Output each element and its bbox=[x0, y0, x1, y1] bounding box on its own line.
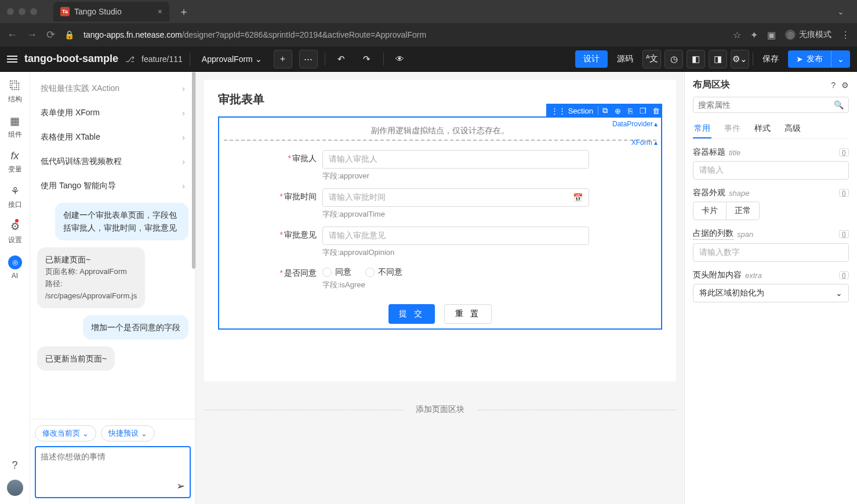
code-icon[interactable]: {} bbox=[839, 148, 849, 156]
rail-structure[interactable]: ⿻结构 bbox=[8, 80, 22, 104]
user-avatar[interactable] bbox=[7, 480, 23, 496]
delete-icon[interactable]: 🗑 bbox=[649, 107, 662, 115]
tab-advanced[interactable]: 高级 bbox=[783, 120, 802, 138]
nav-forward-icon[interactable]: → bbox=[27, 29, 37, 41]
tab-events[interactable]: 事件 bbox=[723, 120, 742, 138]
design-mode-button[interactable]: 设计 bbox=[575, 50, 608, 68]
shape-normal-option[interactable]: 正常 bbox=[726, 202, 759, 220]
star-icon[interactable]: ☆ bbox=[733, 30, 741, 41]
radio-icon bbox=[365, 268, 375, 277]
code-icon[interactable]: {} bbox=[839, 230, 849, 238]
reset-button[interactable]: 重 置 bbox=[444, 304, 492, 324]
shape-card-option[interactable]: 卡片 bbox=[693, 202, 726, 220]
redo-button[interactable]: ↷ bbox=[358, 50, 376, 68]
panel-icon[interactable]: ▣ bbox=[767, 30, 776, 41]
radio-agree[interactable]: 同意 bbox=[322, 267, 351, 277]
add-page-block[interactable]: 添加页面区块 bbox=[204, 404, 676, 415]
main-menu-button[interactable] bbox=[7, 56, 17, 63]
history-button[interactable]: ◷ bbox=[664, 50, 683, 68]
branch-icon[interactable]: ⎇ bbox=[125, 54, 135, 64]
nav-item[interactable]: 使用 Tango 智能向导› bbox=[35, 174, 191, 198]
chevron-right-icon: › bbox=[182, 108, 185, 118]
code-icon[interactable]: {} bbox=[839, 189, 849, 197]
help-icon[interactable]: ? bbox=[831, 81, 836, 90]
send-icon[interactable]: ➢ bbox=[176, 480, 185, 492]
menu-icon[interactable]: ⋮ bbox=[841, 30, 850, 41]
settings-gear-button[interactable]: ⚙⌄ bbox=[731, 50, 749, 68]
chat-assistant-message: 已更新当前页面~ bbox=[37, 346, 115, 371]
lock-icon[interactable]: 🔒 bbox=[64, 30, 74, 39]
settings-icon[interactable]: ⚙ bbox=[841, 81, 849, 90]
prop-span-input[interactable]: 请输入数字 bbox=[693, 243, 849, 262]
address-bar[interactable]: tango-apps.fn.netease.com/designer?appId… bbox=[83, 30, 724, 39]
undo-button[interactable]: ↶ bbox=[332, 50, 351, 68]
selected-section[interactable]: ⋮⋮Section ⧉ ⊕ ⎘ ❐ 🗑 DataProvider ▴ 副作用逻辑… bbox=[218, 116, 662, 330]
page-selector[interactable]: ApprovalForm ⌄ bbox=[197, 54, 267, 64]
rail-settings[interactable]: ⚙设置 bbox=[8, 220, 22, 245]
prop-title-input[interactable]: 请输入 bbox=[693, 161, 849, 180]
submit-button[interactable]: 提 交 bbox=[388, 304, 435, 324]
nav-back-icon[interactable]: ← bbox=[7, 29, 17, 41]
tab-close-icon[interactable]: × bbox=[158, 7, 162, 16]
incognito-indicator: ㋡ 无痕模式 bbox=[785, 30, 831, 40]
divider bbox=[190, 53, 190, 65]
preview-button[interactable]: 👁 bbox=[391, 50, 409, 68]
layout-left-button[interactable]: ◧ bbox=[687, 50, 705, 68]
rail-components[interactable]: ▦组件 bbox=[8, 115, 22, 140]
copy-icon[interactable]: ⎘ bbox=[624, 107, 637, 115]
props-search[interactable]: 🔍 bbox=[693, 97, 849, 113]
quick-edit-page[interactable]: 修改当前页⌄ bbox=[35, 425, 96, 441]
source-mode-button[interactable]: 源码 bbox=[611, 50, 639, 68]
more-menu-button[interactable]: ⋯ bbox=[299, 50, 318, 68]
prop-label: 容器标题 bbox=[693, 147, 725, 158]
prop-label: 页头附加内容 bbox=[693, 270, 742, 280]
nav-item[interactable]: 按钮最佳实践 XAction› bbox=[35, 76, 191, 101]
divider bbox=[383, 53, 384, 65]
xform-tag[interactable]: XForm ▴ bbox=[631, 138, 658, 147]
data-provider-note: 副作用逻辑虚拟结点，仅设计态存在。 bbox=[224, 122, 656, 141]
props-search-input[interactable] bbox=[698, 100, 834, 109]
scrollbar[interactable] bbox=[192, 72, 195, 269]
extensions-icon[interactable]: ✦ bbox=[750, 30, 758, 41]
browser-tab[interactable]: Ta Tango Studio × bbox=[53, 2, 169, 21]
nav-item[interactable]: 低代码训练营视频教程› bbox=[35, 149, 191, 174]
radio-disagree[interactable]: 不同意 bbox=[365, 267, 402, 277]
duplicate-icon[interactable]: ❐ bbox=[637, 107, 649, 115]
calendar-icon[interactable]: 📅 bbox=[573, 193, 583, 202]
target-icon[interactable]: ⊕ bbox=[611, 107, 624, 115]
rail-ai[interactable]: ◎AI bbox=[8, 255, 22, 280]
tab-common[interactable]: 常用 bbox=[693, 120, 711, 138]
branch-name[interactable]: feature/111 bbox=[141, 54, 183, 64]
publish-dropdown[interactable]: ⌄ bbox=[831, 51, 850, 67]
approval-time-input[interactable]: 请输入审批时间📅 bbox=[322, 188, 589, 207]
data-provider-tag[interactable]: DataProvider ▴ bbox=[612, 120, 658, 128]
quick-presets[interactable]: 快捷预设⌄ bbox=[101, 425, 155, 441]
publish-button[interactable]: ➤发布 ⌄ bbox=[788, 50, 850, 68]
nav-item[interactable]: 表单使用 XForm› bbox=[35, 101, 191, 125]
code-icon[interactable]: {} bbox=[839, 271, 849, 279]
tabs-dropdown-icon[interactable]: ⌄ bbox=[831, 7, 850, 16]
prop-extra-select[interactable]: 将此区域初始化为⌄ bbox=[693, 284, 849, 302]
nav-item[interactable]: 表格使用 XTable› bbox=[35, 125, 191, 149]
link-icon[interactable]: ⧉ bbox=[598, 106, 611, 115]
tab-title: Tango Studio bbox=[74, 7, 122, 16]
incognito-icon: ㋡ bbox=[785, 30, 796, 40]
approver-input[interactable]: 请输入审批人 bbox=[322, 150, 589, 169]
nav-reload-icon[interactable]: ⟳ bbox=[46, 28, 55, 41]
add-page-button[interactable]: ＋ bbox=[274, 50, 292, 68]
layout-right-button[interactable]: ◨ bbox=[709, 50, 727, 68]
chat-user-message: 增加一个是否同意的字段 bbox=[83, 315, 188, 339]
new-tab-button[interactable]: ＋ bbox=[174, 5, 194, 19]
translate-button[interactable]: ᴬ文 bbox=[642, 50, 661, 68]
prompt-input[interactable] bbox=[41, 452, 185, 487]
selection-toolbar: ⋮⋮Section ⧉ ⊕ ⎘ ❐ 🗑 bbox=[546, 104, 662, 118]
rail-interfaces[interactable]: ⚘接口 bbox=[8, 185, 22, 210]
help-icon[interactable]: ? bbox=[12, 459, 17, 472]
rail-variables[interactable]: fx变量 bbox=[8, 150, 22, 174]
window-controls[interactable] bbox=[7, 8, 37, 15]
approval-opinion-input[interactable]: 请输入审批意见 bbox=[322, 227, 589, 245]
tab-style[interactable]: 样式 bbox=[753, 120, 772, 138]
save-button[interactable]: 保存 bbox=[757, 50, 785, 68]
divider bbox=[325, 53, 325, 65]
drag-icon[interactable]: ⋮⋮ bbox=[551, 107, 566, 115]
